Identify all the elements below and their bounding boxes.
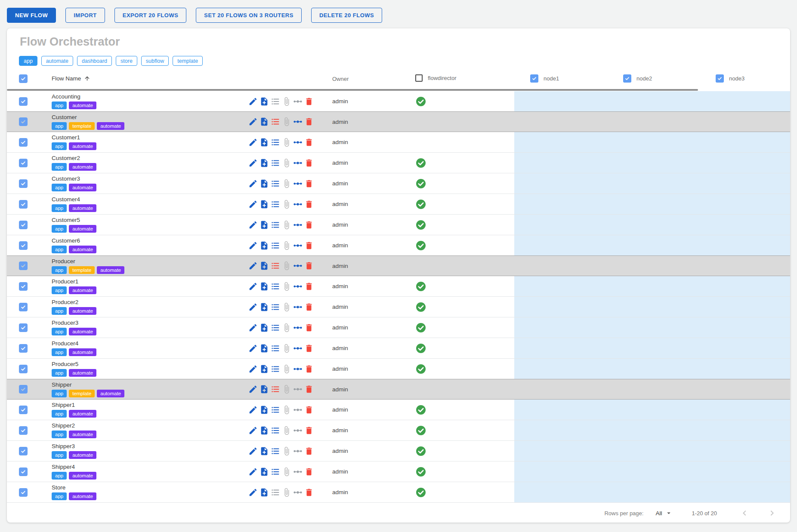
node2-checkbox[interactable] <box>623 74 631 83</box>
horizontal-scrollbar-thumb[interactable] <box>7 89 698 91</box>
attachment-icon[interactable] <box>282 261 291 271</box>
link-icon[interactable] <box>293 282 303 291</box>
edit-icon[interactable] <box>248 446 258 456</box>
list-icon[interactable] <box>271 241 280 250</box>
node1-checkbox[interactable] <box>530 74 538 83</box>
attachment-icon[interactable] <box>282 323 291 332</box>
filter-chip-template[interactable]: template <box>173 56 203 66</box>
edit-icon[interactable] <box>248 323 258 332</box>
link-icon[interactable] <box>293 323 303 332</box>
add-file-icon[interactable] <box>259 302 269 312</box>
attachment-icon[interactable] <box>282 302 291 312</box>
row-checkbox[interactable] <box>19 97 28 106</box>
row-checkbox[interactable] <box>19 117 28 126</box>
attachment-icon[interactable] <box>282 488 291 497</box>
edit-icon[interactable] <box>248 158 258 168</box>
add-file-icon[interactable] <box>259 488 269 497</box>
link-icon[interactable] <box>293 405 303 415</box>
row-checkbox[interactable] <box>19 344 28 353</box>
list-icon[interactable] <box>271 158 280 168</box>
list-icon[interactable] <box>271 220 280 230</box>
add-file-icon[interactable] <box>259 200 269 209</box>
list-icon[interactable] <box>271 282 280 291</box>
row-checkbox[interactable] <box>19 406 28 414</box>
link-icon[interactable] <box>293 117 303 126</box>
attachment-icon[interactable] <box>282 364 291 374</box>
add-file-icon[interactable] <box>259 179 269 188</box>
list-icon[interactable] <box>271 323 280 332</box>
edit-icon[interactable] <box>248 488 258 497</box>
attachment-icon[interactable] <box>282 241 291 250</box>
edit-icon[interactable] <box>248 282 258 291</box>
add-file-icon[interactable] <box>259 261 269 271</box>
link-icon[interactable] <box>293 488 303 497</box>
add-file-icon[interactable] <box>259 158 269 168</box>
row-checkbox[interactable] <box>19 179 28 188</box>
delete-20-flows-button[interactable]: DELETE 20 FLOWS <box>311 8 382 23</box>
row-checkbox[interactable] <box>19 261 28 270</box>
row-checkbox[interactable] <box>19 200 28 209</box>
edit-icon[interactable] <box>248 261 258 271</box>
edit-icon[interactable] <box>248 384 258 394</box>
list-icon[interactable] <box>271 117 280 126</box>
row-checkbox[interactable] <box>19 221 28 229</box>
add-file-icon[interactable] <box>259 446 269 456</box>
attachment-icon[interactable] <box>282 200 291 209</box>
new-flow-button[interactable]: NEW FLOW <box>7 8 56 23</box>
row-checkbox[interactable] <box>19 138 28 147</box>
link-icon[interactable] <box>293 467 303 477</box>
set-20-flows-on-3-routers-button[interactable]: SET 20 FLOWS ON 3 ROUTERS <box>196 8 302 23</box>
attachment-icon[interactable] <box>282 426 291 435</box>
edit-icon[interactable] <box>248 344 258 353</box>
attachment-icon[interactable] <box>282 220 291 230</box>
list-icon[interactable] <box>271 446 280 456</box>
filter-chip-app[interactable]: app <box>19 56 37 66</box>
link-icon[interactable] <box>293 158 303 168</box>
list-icon[interactable] <box>271 426 280 435</box>
next-page-icon[interactable] <box>767 508 777 518</box>
add-file-icon[interactable] <box>259 220 269 230</box>
attachment-icon[interactable] <box>282 467 291 477</box>
filter-chip-subflow[interactable]: subflow <box>141 56 169 66</box>
add-file-icon[interactable] <box>259 384 269 394</box>
export-20-flows-button[interactable]: EXPORT 20 FLOWS <box>114 8 187 23</box>
add-file-icon[interactable] <box>259 364 269 374</box>
row-checkbox[interactable] <box>19 241 28 250</box>
edit-icon[interactable] <box>248 364 258 374</box>
attachment-icon[interactable] <box>282 138 291 147</box>
row-checkbox[interactable] <box>19 426 28 435</box>
link-icon[interactable] <box>293 261 303 271</box>
row-checkbox[interactable] <box>19 159 28 167</box>
list-icon[interactable] <box>271 344 280 353</box>
edit-icon[interactable] <box>248 117 258 126</box>
add-file-icon[interactable] <box>259 97 269 106</box>
link-icon[interactable] <box>293 241 303 250</box>
edit-icon[interactable] <box>248 302 258 312</box>
add-file-icon[interactable] <box>259 405 269 415</box>
node3-checkbox[interactable] <box>716 74 724 83</box>
link-icon[interactable] <box>293 220 303 230</box>
filter-chip-dashboard[interactable]: dashboard <box>77 56 112 66</box>
row-checkbox[interactable] <box>19 488 28 497</box>
row-checkbox[interactable] <box>19 303 28 311</box>
add-file-icon[interactable] <box>259 241 269 250</box>
list-icon[interactable] <box>271 364 280 374</box>
list-icon[interactable] <box>271 488 280 497</box>
edit-icon[interactable] <box>248 138 258 147</box>
edit-icon[interactable] <box>248 426 258 435</box>
link-icon[interactable] <box>293 426 303 435</box>
add-file-icon[interactable] <box>259 282 269 291</box>
edit-icon[interactable] <box>248 241 258 250</box>
add-file-icon[interactable] <box>259 344 269 353</box>
rows-per-page-select[interactable]: All <box>655 509 673 517</box>
flowdirector-checkbox[interactable] <box>415 74 423 82</box>
edit-icon[interactable] <box>248 220 258 230</box>
edit-icon[interactable] <box>248 405 258 415</box>
row-checkbox[interactable] <box>19 447 28 455</box>
attachment-icon[interactable] <box>282 117 291 126</box>
attachment-icon[interactable] <box>282 344 291 353</box>
link-icon[interactable] <box>293 97 303 106</box>
attachment-icon[interactable] <box>282 97 291 106</box>
edit-icon[interactable] <box>248 200 258 209</box>
edit-icon[interactable] <box>248 467 258 477</box>
